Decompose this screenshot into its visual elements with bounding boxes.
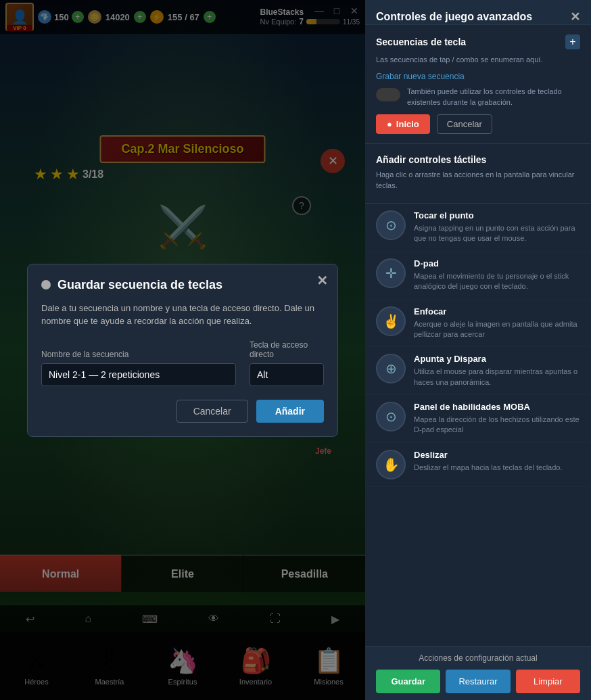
enfocar-name: Enfocar xyxy=(414,306,580,317)
touch-title: Añadir controles táctiles xyxy=(376,154,486,165)
limpiar-button[interactable]: Limpiar xyxy=(516,670,580,693)
moba-text: Panel de habilidades MOBA Mapea la direc… xyxy=(414,402,580,436)
cancel-button[interactable]: Cancelar xyxy=(176,400,248,423)
record-new-link[interactable]: Grabar nueva secuencia xyxy=(376,72,580,81)
control-item-dpad[interactable]: ✛ D-pad Mapea el movimiento de tu person… xyxy=(365,252,591,300)
restaurar-button[interactable]: Restaurar xyxy=(446,670,510,693)
toggle-desc: También puede utilizar los controles de … xyxy=(407,87,580,108)
bottom-section-title: Acciones de configuración actual xyxy=(376,653,580,663)
deslizar-name: Deslizar xyxy=(414,450,580,460)
sequences-add-button[interactable]: + xyxy=(565,34,580,49)
keyboard-toggle[interactable] xyxy=(376,88,400,101)
sequence-name-input[interactable] xyxy=(41,363,236,386)
apunta-name: Apunta y Dispara xyxy=(414,354,580,364)
modal-dot-icon xyxy=(41,280,51,289)
rp-bottom: Acciones de configuración actual Guardar… xyxy=(365,646,591,700)
name-field-group: Nombre de la secuencia xyxy=(41,350,236,386)
dpad-desc: Mapea el movimiento de tu personaje o el… xyxy=(414,271,580,292)
add-button[interactable]: Añadir xyxy=(256,400,324,423)
moba-icon: ⊙ xyxy=(376,402,406,431)
cancelar-rec-button[interactable]: Cancelar xyxy=(437,114,492,134)
deslizar-text: Deslizar Deslizar el mapa hacia las tecl… xyxy=(414,450,580,473)
save-sequence-modal: Guardar secuencia de teclas ✕ Dale a tu … xyxy=(27,264,338,437)
sequences-section: Secuencias de tecla + Las secuencias de … xyxy=(365,25,591,144)
deslizar-icon: ✋ xyxy=(376,450,406,480)
sequences-title: Secuencias de tecla xyxy=(376,37,466,47)
touch-desc: Haga clic o arrastre las acciones en la … xyxy=(376,170,580,191)
key-label: Tecla de accesodirecto xyxy=(250,340,324,359)
moba-desc: Mapea la dirección de los hechizos utili… xyxy=(414,415,580,436)
apunta-text: Apunta y Dispara Utiliza el mouse para d… xyxy=(414,354,580,388)
tocar-icon: ⊙ xyxy=(376,210,406,240)
controls-list: ⊙ Tocar el punto Asigna tapping en un pu… xyxy=(365,204,591,646)
rp-title: Controles de juego avanzados xyxy=(376,11,532,23)
moba-name: Panel de habilidades MOBA xyxy=(414,402,580,412)
dpad-name: D-pad xyxy=(414,258,580,269)
enfocar-desc: Acerque o aleje la imagen en pantalla qu… xyxy=(414,319,580,340)
inicio-button[interactable]: Inicio xyxy=(376,114,430,134)
modal-header: Guardar secuencia de teclas xyxy=(41,278,324,292)
guardar-button[interactable]: Guardar xyxy=(376,670,440,693)
control-item-moba[interactable]: ⊙ Panel de habilidades MOBA Mapea la dir… xyxy=(365,395,591,443)
rp-close-button[interactable]: ✕ xyxy=(570,9,580,24)
touch-section: Añadir controles táctiles Haga clic o ar… xyxy=(365,144,591,204)
enfocar-text: Enfocar Acerque o aleje la imagen en pan… xyxy=(414,306,580,340)
sequences-desc: Las secuencias de tap / combo se enumera… xyxy=(376,55,580,65)
tocar-name: Tocar el punto xyxy=(414,210,580,220)
inicio-label: Inicio xyxy=(396,119,419,129)
modal-close-button[interactable]: ✕ xyxy=(316,273,328,289)
sequences-header: Secuencias de tecla + xyxy=(376,34,580,49)
name-label: Nombre de la secuencia xyxy=(41,350,236,359)
deslizar-desc: Deslizar el mapa hacia las teclas del te… xyxy=(414,463,580,473)
modal-description: Dale a tu secuencia un nombre y una tecl… xyxy=(41,302,324,328)
control-item-enfocar[interactable]: ✌ Enfocar Acerque o aleje la imagen en p… xyxy=(365,300,591,348)
key-field-group: Tecla de accesodirecto xyxy=(250,340,324,386)
bottom-action-btns: Guardar Restaurar Limpiar xyxy=(376,670,580,693)
record-buttons: Inicio Cancelar xyxy=(376,114,580,134)
tocar-text: Tocar el punto Asigna tapping en un punt… xyxy=(414,210,580,244)
enfocar-icon: ✌ xyxy=(376,306,406,336)
right-panel: Controles de juego avanzados ✕ Secuencia… xyxy=(365,0,591,700)
rp-header: Controles de juego avanzados ✕ xyxy=(365,0,591,25)
control-item-deslizar[interactable]: ✋ Deslizar Deslizar el mapa hacia las te… xyxy=(365,443,591,487)
apunta-icon: ⊕ xyxy=(376,354,406,383)
toggle-row: También puede utilizar los controles de … xyxy=(376,87,580,108)
game-panel: VIP 0 💎 150 + 🪙 14020 + ⚡ 155 / 67 + Blu… xyxy=(0,0,365,700)
control-item-tocar[interactable]: ⊙ Tocar el punto Asigna tapping en un pu… xyxy=(365,204,591,252)
modal-fields: Nombre de la secuencia Tecla de accesodi… xyxy=(41,340,324,386)
key-input[interactable] xyxy=(250,363,324,386)
modal-overlay: Guardar secuencia de teclas ✕ Dale a tu … xyxy=(0,0,365,700)
modal-title: Guardar secuencia de teclas xyxy=(57,278,222,292)
tocar-desc: Asigna tapping en un punto con esta acci… xyxy=(414,223,580,244)
dpad-text: D-pad Mapea el movimiento de tu personaj… xyxy=(414,258,580,292)
apunta-desc: Utiliza el mouse para disparar mientras … xyxy=(414,367,580,388)
modal-buttons: Cancelar Añadir xyxy=(41,400,324,423)
control-item-apunta[interactable]: ⊕ Apunta y Dispara Utiliza el mouse para… xyxy=(365,347,591,395)
dpad-icon: ✛ xyxy=(376,258,406,288)
